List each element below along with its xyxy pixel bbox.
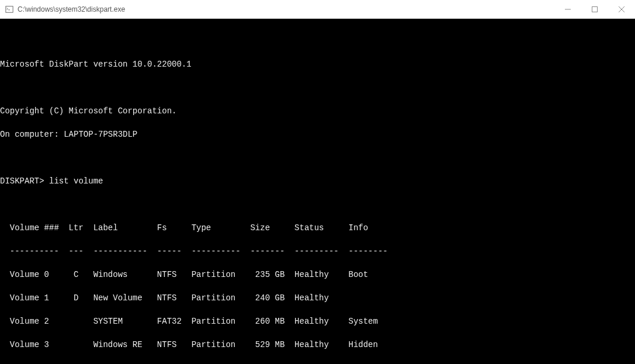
- version-line: Microsoft DiskPart version 10.0.22000.1: [0, 58, 635, 70]
- minimize-button[interactable]: [554, 0, 581, 19]
- blank-line: [0, 199, 635, 210]
- table-row: Volume 2 SYSTEM FAT32 Partition 260 MB H…: [0, 316, 635, 327]
- terminal-output[interactable]: Microsoft DiskPart version 10.0.22000.1 …: [0, 19, 635, 364]
- window-title: C:\windows\system32\diskpart.exe: [18, 5, 125, 13]
- table-row: Volume 0 C Windows NTFS Partition 235 GB…: [0, 269, 635, 280]
- table-row: Volume 1 D New Volume NTFS Partition 240…: [0, 292, 635, 304]
- title-left: C:\windows\system32\diskpart.exe: [5, 5, 125, 14]
- terminal-icon: [5, 5, 14, 14]
- computer-line: On computer: LAPTOP-7PSR3DLP: [0, 129, 635, 140]
- table-row: Volume 3 Windows RE NTFS Partition 529 M…: [0, 339, 635, 351]
- blank-line: [0, 82, 635, 93]
- window-controls: [554, 0, 635, 19]
- svg-rect-3: [592, 7, 598, 12]
- close-button[interactable]: [608, 0, 635, 19]
- blank-line: [0, 35, 635, 47]
- table-header: Volume ### Ltr Label Fs Type Size Status…: [0, 222, 635, 234]
- svg-rect-0: [6, 6, 13, 13]
- title-bar: C:\windows\system32\diskpart.exe: [0, 0, 635, 19]
- maximize-button[interactable]: [581, 0, 608, 19]
- copyright-line: Copyright (C) Microsoft Corporation.: [0, 105, 635, 117]
- blank-line: [0, 152, 635, 164]
- table-divider: ---------- --- ----------- ----- -------…: [0, 245, 635, 257]
- prompt-line: DISKPART> list volume: [0, 175, 635, 187]
